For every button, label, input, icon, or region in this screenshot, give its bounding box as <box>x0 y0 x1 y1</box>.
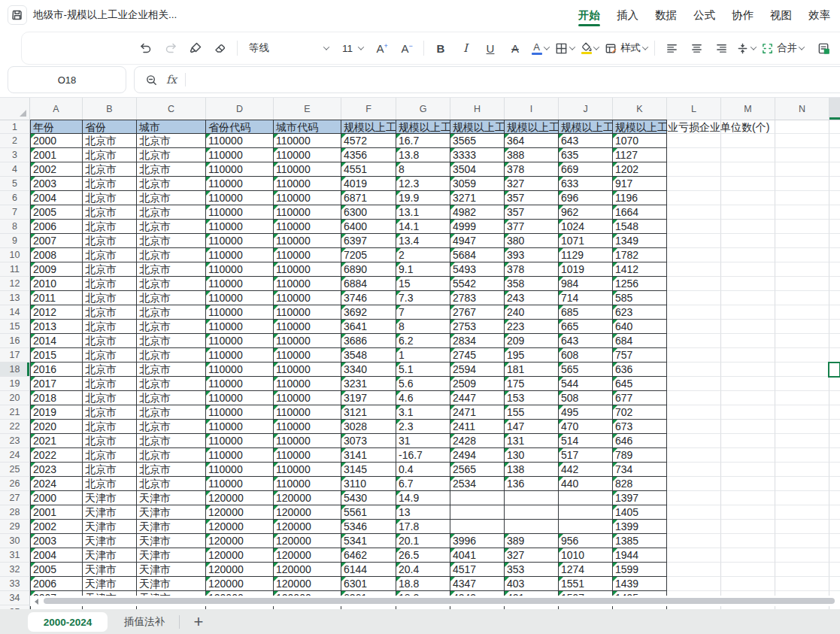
cell[interactable]: 北京市 <box>137 134 206 148</box>
cell[interactable]: 1439 <box>613 577 667 591</box>
cell-partial-O[interactable] <box>829 320 840 334</box>
cell[interactable]: 110000 <box>274 220 341 234</box>
cell[interactable]: 5561 <box>341 505 396 520</box>
cell[interactable]: 17.8 <box>396 520 450 534</box>
horizontal-scrollbar[interactable] <box>30 596 840 606</box>
cell[interactable]: 155 <box>505 405 559 420</box>
cell[interactable]: 4982 <box>450 205 505 220</box>
row-header-26[interactable]: 26 <box>0 477 30 491</box>
cell[interactable]: 110000 <box>206 448 274 463</box>
cell[interactable]: 110000 <box>274 248 341 262</box>
cell[interactable] <box>667 448 721 463</box>
cell[interactable] <box>667 234 721 248</box>
cell[interactable] <box>775 291 829 305</box>
cell[interactable] <box>775 191 829 205</box>
cell[interactable] <box>721 191 775 205</box>
cell[interactable] <box>667 291 721 305</box>
cell[interactable]: 565 <box>559 363 613 377</box>
cell[interactable] <box>667 534 721 548</box>
cell[interactable]: 2411 <box>450 420 505 434</box>
cell[interactable]: 天津市 <box>83 534 137 548</box>
cell[interactable]: 380 <box>505 234 559 248</box>
cell-partial-O[interactable] <box>829 491 840 505</box>
cell[interactable] <box>721 134 775 148</box>
cell[interactable]: 4999 <box>450 220 505 234</box>
cell[interactable]: 828 <box>613 477 667 491</box>
cell[interactable] <box>775 162 829 177</box>
cell[interactable] <box>721 162 775 177</box>
header-cell[interactable]: 规模以上工业 <box>341 120 396 134</box>
cell[interactable]: 110000 <box>206 463 274 477</box>
cell[interactable]: 5542 <box>450 277 505 291</box>
cell[interactable] <box>721 305 775 320</box>
header-cell[interactable]: 规模以上工业 <box>559 120 613 134</box>
cell[interactable]: 110000 <box>274 177 341 191</box>
cell[interactable]: 6462 <box>341 548 396 563</box>
cell-partial-O[interactable] <box>829 205 840 220</box>
cell-partial-O[interactable] <box>829 234 840 248</box>
cell[interactable]: 13.8 <box>396 148 450 162</box>
row-header-16[interactable]: 16 <box>0 334 30 348</box>
cell[interactable]: 2745 <box>450 348 505 363</box>
cell[interactable]: 2012 <box>30 305 83 320</box>
cell[interactable]: 2001 <box>30 148 83 162</box>
cell[interactable]: 19.9 <box>396 191 450 205</box>
cell[interactable]: 2023 <box>30 463 83 477</box>
cell[interactable]: 353 <box>505 563 559 577</box>
cell[interactable]: 14.9 <box>396 491 450 505</box>
row-header-24[interactable]: 24 <box>0 448 30 463</box>
cell[interactable] <box>775 262 829 277</box>
cell[interactable]: 364 <box>505 134 559 148</box>
cell[interactable]: 6144 <box>341 563 396 577</box>
cell[interactable]: 6397 <box>341 234 396 248</box>
cell[interactable]: 1070 <box>613 134 667 148</box>
column-header-O-partial[interactable] <box>829 98 840 120</box>
cell[interactable] <box>721 363 775 377</box>
cell[interactable]: 514 <box>559 434 613 448</box>
header-cell[interactable]: 规模以上工业 <box>396 120 450 134</box>
cell[interactable]: 5.1 <box>396 363 450 377</box>
cell[interactable]: 北京市 <box>137 162 206 177</box>
cell[interactable] <box>775 434 829 448</box>
cell[interactable] <box>721 205 775 220</box>
cell[interactable]: 138 <box>505 463 559 477</box>
cell[interactable] <box>775 348 829 363</box>
cell-partial-O[interactable] <box>829 305 840 320</box>
cell-partial-O[interactable] <box>829 577 840 591</box>
cell[interactable] <box>667 191 721 205</box>
cell[interactable]: 北京市 <box>83 391 137 405</box>
menu-tab-formula[interactable]: 公式 <box>685 0 723 30</box>
cell[interactable] <box>775 234 829 248</box>
cell-partial-O[interactable] <box>829 277 840 291</box>
redo-button[interactable] <box>161 38 180 59</box>
scroll-left-arrow-icon[interactable] <box>35 599 38 605</box>
cell[interactable]: 2008 <box>30 248 83 262</box>
cell[interactable] <box>667 277 721 291</box>
cell[interactable] <box>667 220 721 234</box>
cell[interactable]: 544 <box>559 377 613 391</box>
cell[interactable]: 3548 <box>341 348 396 363</box>
font-name-select[interactable]: 等线 <box>244 38 333 59</box>
cell[interactable]: 北京市 <box>137 177 206 191</box>
cell[interactable]: 北京市 <box>83 262 137 277</box>
cell[interactable] <box>559 520 613 534</box>
cell[interactable] <box>721 463 775 477</box>
cell[interactable]: 2.3 <box>396 420 450 434</box>
column-header-G[interactable]: G <box>396 98 450 120</box>
cell[interactable]: 110000 <box>274 434 341 448</box>
cell[interactable]: 110000 <box>206 177 274 191</box>
cell[interactable] <box>721 577 775 591</box>
header-cell[interactable]: 城市 <box>137 120 206 134</box>
cell[interactable]: 636 <box>613 363 667 377</box>
cell[interactable]: 110000 <box>274 191 341 205</box>
cell[interactable]: 714 <box>559 291 613 305</box>
cell[interactable]: 6400 <box>341 220 396 234</box>
cell[interactable]: 2 <box>396 248 450 262</box>
cell[interactable]: 585 <box>613 291 667 305</box>
cell[interactable]: 天津市 <box>137 534 206 548</box>
cell[interactable]: 110000 <box>274 162 341 177</box>
cell-partial-O[interactable] <box>829 563 840 577</box>
cell[interactable]: 110000 <box>274 234 341 248</box>
row-header-27[interactable]: 27 <box>0 491 30 505</box>
cell[interactable]: 北京市 <box>137 277 206 291</box>
